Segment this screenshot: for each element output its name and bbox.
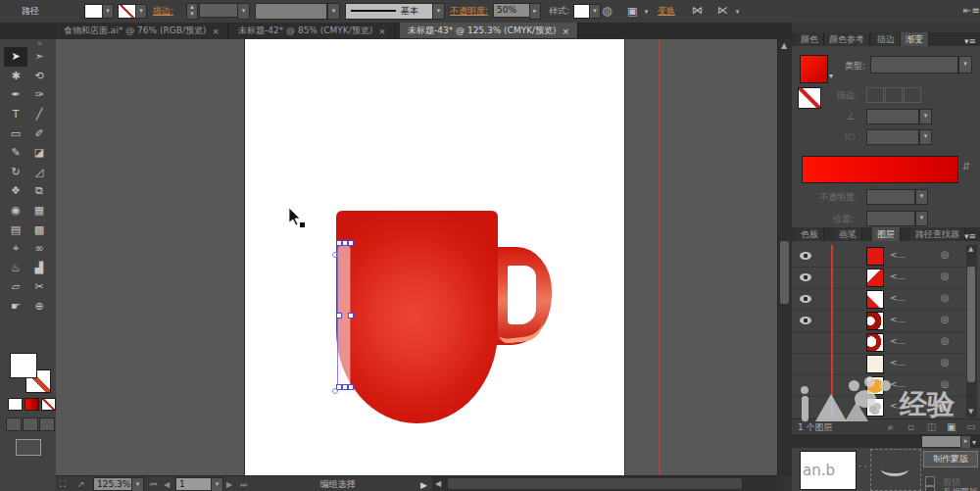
tool-mesh[interactable]: ▤ — [4, 220, 27, 239]
target-icon[interactable]: ◎ — [941, 249, 950, 260]
tab-pathfinder[interactable]: 路径查找器 — [910, 227, 965, 242]
fill-color-swatch[interactable] — [84, 4, 103, 19]
gradient-stroke-across-icon[interactable] — [904, 87, 921, 103]
tool-column-graph[interactable]: ▟ — [27, 259, 51, 278]
anchor-point[interactable] — [348, 313, 354, 319]
opacity-field[interactable]: 50% — [493, 3, 532, 18]
export-icon[interactable]: ↗ — [77, 477, 85, 491]
gradient-aspect-field[interactable] — [866, 129, 919, 145]
layer-name[interactable]: <... — [890, 379, 906, 389]
tool-type[interactable]: T — [4, 105, 27, 124]
distribute-dropdown-icon[interactable]: ▾ — [733, 6, 742, 17]
horizontal-scrollbar-thumb[interactable] — [448, 478, 742, 489]
fill-color-dropdown-icon[interactable]: ▾ — [102, 4, 114, 19]
anchor-point[interactable] — [348, 240, 354, 246]
collapse-control-bar-icon[interactable]: ⇤≡ — [963, 4, 980, 18]
layers-scroll-up-icon[interactable]: ▲ — [968, 245, 973, 253]
document-tab-1[interactable]: 食物和店面.ai* @ 76% (RGB/预览) × — [56, 23, 228, 39]
opacity-link[interactable]: 不透明度: — [450, 5, 488, 18]
visibility-eye-icon[interactable] — [800, 273, 811, 281]
reverse-gradient-icon[interactable]: ⇵ — [962, 160, 970, 173]
stroke-link[interactable]: 描边: — [153, 5, 173, 18]
width-profile-dropdown[interactable] — [255, 3, 327, 20]
transparency-object-thumbnail[interactable]: an.b — [800, 451, 857, 490]
gradient-swatch-dropdown-icon[interactable]: ▾ — [829, 70, 833, 83]
layers-scrollbar[interactable]: ▲ ▼ — [966, 245, 977, 417]
gradient-type-dropdown-icon[interactable]: ▾ — [958, 56, 972, 74]
tool-artboard[interactable]: ▱ — [4, 277, 27, 297]
stroke-weight-stepper[interactable]: ▴▾ — [186, 3, 198, 20]
tool-pen[interactable]: ✒ — [4, 85, 27, 105]
tool-blend[interactable]: ∞ — [27, 239, 51, 259]
stroke-style-dropdown-icon[interactable]: ▾ — [432, 3, 445, 20]
tool-scale[interactable]: ◿ — [27, 163, 51, 182]
gradient-aspect-dropdown-icon[interactable]: ▾ — [919, 129, 932, 145]
layers-scrollbar-thumb[interactable] — [967, 267, 975, 382]
tab-color[interactable]: 颜色 — [796, 32, 824, 47]
tool-width[interactable]: ❖ — [4, 181, 27, 201]
scroll-left-icon[interactable]: ◀ — [435, 479, 441, 488]
gradient-swatch[interactable] — [800, 55, 828, 83]
stop-opacity-field[interactable] — [866, 189, 915, 205]
target-icon[interactable]: ◎ — [941, 270, 950, 281]
tool-curvature[interactable]: ✑ — [27, 85, 51, 105]
layer-thumbnail[interactable] — [866, 398, 884, 417]
layer-name[interactable]: <... — [890, 315, 906, 324]
align-icon[interactable]: ⋈ — [692, 4, 703, 18]
layer-thumbnail[interactable] — [866, 355, 884, 373]
gradient-stroke-within-icon[interactable] — [866, 87, 884, 103]
vertical-scrollbar-thumb[interactable] — [780, 241, 789, 304]
transparency-opacity-dropdown-icon[interactable]: ▸ — [960, 435, 971, 449]
stop-opacity-dropdown-icon[interactable]: ▾ — [915, 189, 928, 205]
stroke-weight-field[interactable] — [199, 3, 242, 18]
new-sublayer-icon[interactable]: ◫ — [927, 420, 936, 434]
stop-location-field[interactable] — [866, 211, 915, 226]
layer-row[interactable]: <... ◎ — [792, 267, 966, 289]
invert-mask-checkbox-row[interactable]: 反相蒙版 — [925, 480, 978, 491]
layer-thumbnail[interactable] — [866, 312, 884, 330]
target-icon[interactable]: ◎ — [941, 378, 950, 389]
target-icon[interactable]: ◎ — [941, 400, 950, 411]
prev-artboard-icon[interactable]: ◀ — [164, 478, 170, 491]
locate-object-icon[interactable]: ⌕ — [888, 420, 894, 434]
gradient-angle-dropdown-icon[interactable]: ▾ — [919, 109, 932, 124]
layer-name[interactable]: <... — [890, 401, 906, 411]
color-mode-button[interactable] — [8, 398, 23, 411]
layer-row[interactable]: <... ◎ — [792, 245, 966, 268]
delete-layer-icon[interactable]: ▭ — [966, 420, 975, 434]
tool-symbol-sprayer[interactable]: ♨ — [4, 259, 27, 278]
layer-row[interactable]: <... ◎ — [792, 396, 966, 417]
gradient-type-dropdown[interactable] — [870, 56, 958, 74]
transform-link[interactable]: 变换 — [658, 5, 675, 18]
layer-thumbnail[interactable] — [866, 333, 884, 352]
layer-name[interactable]: <... — [890, 271, 906, 281]
tool-selection[interactable]: ➤ — [4, 47, 27, 67]
stroke-color-swatch[interactable] — [118, 4, 136, 19]
tool-paintbrush[interactable]: ✐ — [27, 123, 51, 143]
tab-brushes[interactable]: 画笔 — [834, 227, 862, 242]
tool-perspective-grid[interactable]: ▦ — [27, 201, 51, 221]
layer-thumbnail[interactable] — [866, 376, 884, 395]
zoom-dropdown-icon[interactable]: ▾ — [131, 477, 144, 491]
anchor-point[interactable] — [348, 384, 354, 390]
width-profile-dropdown-icon[interactable]: ▾ — [327, 3, 340, 20]
gradient-slider-bar[interactable] — [802, 156, 958, 183]
last-artboard-icon[interactable]: ⏭ — [240, 478, 247, 491]
tab-stroke[interactable]: 描边 — [872, 32, 901, 47]
tool-lasso[interactable]: ⟲ — [27, 67, 51, 86]
layer-thumbnail[interactable] — [866, 247, 884, 266]
layer-name[interactable]: <... — [890, 293, 906, 303]
anchor-point-hollow[interactable] — [332, 252, 338, 258]
tool-zoom[interactable]: ⊕ — [27, 297, 51, 317]
scroll-up-icon[interactable]: ▲ — [781, 41, 787, 50]
layer-thumbnail[interactable] — [866, 269, 884, 287]
stroke-style-dropdown[interactable]: 基本 — [345, 3, 433, 20]
draw-inside-button[interactable] — [39, 417, 55, 431]
new-layer-icon[interactable]: ▣ — [947, 420, 956, 434]
horizontal-scrollbar[interactable]: ◀ — [432, 476, 777, 491]
visibility-eye-icon[interactable] — [800, 252, 811, 260]
layer-row[interactable]: <... ◎ — [792, 331, 966, 354]
layer-row[interactable]: <... ◎ — [792, 353, 966, 375]
target-icon[interactable]: ◎ — [941, 292, 950, 303]
tool-gradient[interactable]: ▩ — [27, 220, 51, 239]
